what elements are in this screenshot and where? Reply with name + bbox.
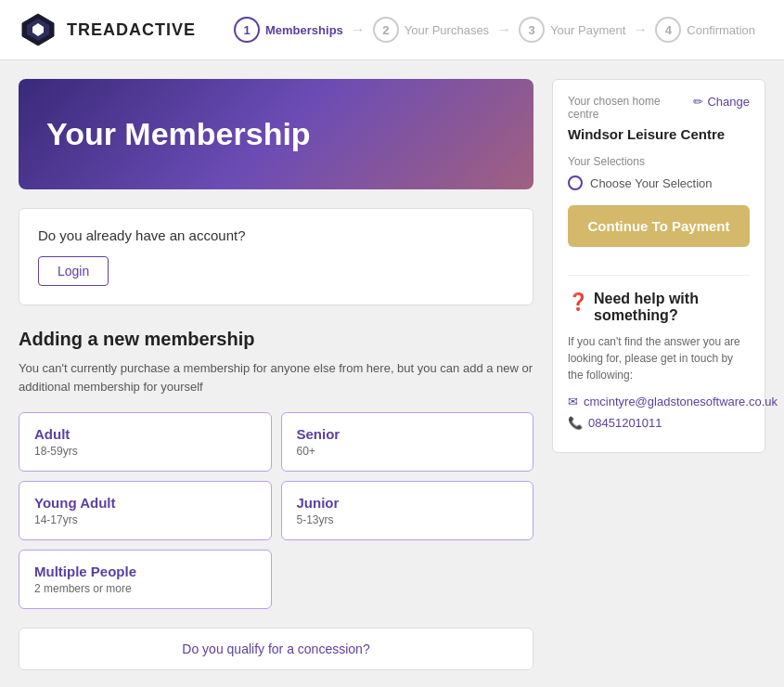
hero-title: Your Membership [46, 116, 506, 152]
left-panel: Your Membership Do you already have an a… [19, 79, 552, 670]
card-young-adult-subtitle: 14-17yrs [34, 513, 256, 526]
treadactive-logo-icon [19, 10, 58, 49]
card-senior[interactable]: Senior 60+ [281, 412, 534, 472]
logo: TREADACTIVE [19, 10, 196, 49]
phone-icon: 📞 [568, 416, 583, 430]
selection-radio [568, 175, 583, 190]
step-3-circle: 3 [519, 17, 545, 43]
card-young-adult-title: Young Adult [34, 495, 256, 511]
help-title-text: Need help with something? [594, 291, 750, 324]
card-multiple-people[interactable]: Multiple People 2 members or more [19, 550, 272, 609]
step-4-circle: 4 [655, 17, 681, 43]
step-1-label: Memberships [265, 23, 343, 37]
main-content: Your Membership Do you already have an a… [0, 60, 784, 687]
step-1-circle: 1 [234, 17, 260, 43]
login-button[interactable]: Login [38, 256, 109, 286]
email-icon: ✉ [568, 395, 578, 408]
card-senior-title: Senior [297, 426, 519, 442]
step-arrow-1: → [351, 21, 366, 38]
help-icon: ❓ [568, 292, 588, 312]
step-3-label: Your Payment [550, 23, 625, 37]
card-young-adult[interactable]: Young Adult 14-17yrs [19, 481, 272, 540]
step-4: 4 Confirmation [655, 17, 755, 43]
help-email-text: cmcintyre@gladstonesoftware.co.uk [584, 395, 778, 408]
card-senior-subtitle: 60+ [297, 445, 519, 458]
membership-cards-grid: Adult 18-59yrs Senior 60+ Young Adult 14… [19, 412, 533, 609]
card-adult-title: Adult [34, 426, 256, 442]
right-panel: Your chosen home centre ✏ Change Windsor… [552, 79, 765, 670]
selections-label: Your Selections [568, 155, 750, 168]
choose-selection-text: Choose Your Selection [590, 176, 713, 190]
logo-text: TREADACTIVE [67, 20, 196, 40]
card-adult-subtitle: 18-59yrs [34, 445, 256, 458]
card-adult[interactable]: Adult 18-59yrs [19, 412, 272, 472]
step-arrow-3: → [633, 21, 648, 38]
step-4-label: Confirmation [687, 23, 755, 37]
add-membership-description: You can't currently purchase a membershi… [19, 359, 533, 395]
home-centre-row: Your chosen home centre ✏ Change [568, 95, 750, 121]
help-section: ❓ Need help with something? If you can't… [568, 291, 750, 430]
login-question: Do you already have an account? [38, 227, 514, 243]
concession-button[interactable]: Do you qualify for a concession? [19, 628, 533, 670]
change-link[interactable]: ✏ Change [693, 95, 750, 109]
header: TREADACTIVE 1 Memberships → 2 Your Purch… [0, 0, 784, 60]
membership-hero-banner: Your Membership [19, 79, 533, 189]
choose-selection-row: Choose Your Selection [568, 175, 750, 190]
help-description: If you can't find the answer you are loo… [568, 333, 750, 383]
card-junior-subtitle: 5-13yrs [297, 513, 519, 526]
help-email-link[interactable]: ✉ cmcintyre@gladstonesoftware.co.uk [568, 395, 750, 408]
continue-to-payment-button[interactable]: Continue To Payment [568, 205, 750, 247]
card-junior-title: Junior [297, 495, 519, 511]
progress-steps: 1 Memberships → 2 Your Purchases → 3 You… [224, 17, 765, 43]
login-box: Do you already have an account? Login [19, 208, 533, 305]
step-2-circle: 2 [373, 17, 399, 43]
help-title-row: ❓ Need help with something? [568, 291, 750, 324]
add-membership-heading: Adding a new membership [19, 329, 533, 350]
step-2: 2 Your Purchases [373, 17, 489, 43]
card-multiple-title: Multiple People [34, 564, 256, 579]
help-phone-link[interactable]: 📞 08451201011 [568, 416, 750, 430]
add-membership-section: Adding a new membership You can't curren… [19, 329, 533, 670]
card-junior[interactable]: Junior 5-13yrs [281, 481, 534, 540]
edit-icon: ✏ [693, 95, 703, 109]
step-3: 3 Your Payment [519, 17, 625, 43]
divider [568, 275, 750, 276]
change-label-text: Change [707, 95, 750, 109]
help-phone-text: 08451201011 [588, 416, 662, 430]
step-2-label: Your Purchases [405, 23, 489, 37]
centre-name: Windsor Leisure Centre [568, 126, 750, 142]
home-centre-label: Your chosen home centre [568, 95, 693, 121]
right-panel-inner: Your chosen home centre ✏ Change Windsor… [552, 79, 765, 453]
step-arrow-2: → [496, 21, 511, 38]
card-multiple-subtitle: 2 members or more [34, 582, 256, 595]
step-1: 1 Memberships [234, 17, 343, 43]
